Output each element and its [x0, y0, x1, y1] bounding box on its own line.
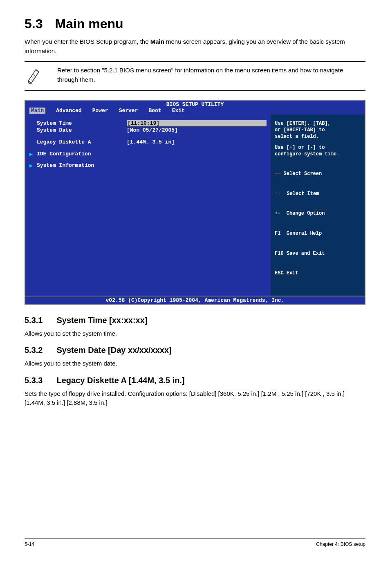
svg-line-0	[36, 70, 39, 72]
ide-config-label: IDE Configuration	[37, 151, 127, 157]
subsection-body: Sets the type of floppy drive installed.…	[25, 389, 365, 408]
bios-left-panel: System Time [11:10:19] System Date [Mon …	[25, 114, 271, 296]
bios-copyright-footer: v02.58 (C)Copyright 1985-2004, American …	[25, 296, 365, 305]
row-indent	[29, 139, 37, 145]
bios-tab-boot[interactable]: Boot	[148, 108, 161, 114]
legacy-diskette-value[interactable]: [1.44M, 3.5 in]	[127, 139, 267, 145]
system-date-value[interactable]: [Mon 05/27/2005]	[127, 127, 267, 133]
system-time-value[interactable]: [11:10:19]	[127, 120, 267, 126]
system-info-label: System Information	[37, 162, 127, 169]
bios-title: BIOS SETUP UTILITY	[25, 101, 365, 108]
legacy-diskette-label: Legacy Diskette A	[37, 139, 127, 145]
bios-row-ide-config[interactable]: ▶ IDE Configuration	[29, 151, 267, 157]
intro-bold-word: Main	[150, 38, 164, 45]
bios-tab-advanced[interactable]: Advanced	[56, 108, 81, 114]
section-title-text: Main menu	[55, 16, 123, 31]
bios-header: BIOS SETUP UTILITY Main Advanced Power S…	[25, 100, 365, 114]
subsection-body: Allows you to set the system date.	[25, 359, 365, 368]
note-text: Refer to section "5.2.1 BIOS menu screen…	[47, 66, 365, 84]
help-line: select a field.	[275, 133, 361, 140]
help-line: or [SHIFT-TAB] to	[275, 127, 361, 133]
system-date-label: System Date	[37, 127, 127, 133]
bios-tab-power[interactable]: Power	[92, 108, 108, 114]
key-general-help: F1 General Help	[275, 230, 361, 237]
svg-line-2	[31, 76, 34, 79]
bios-screen: BIOS SETUP UTILITY Main Advanced Power S…	[25, 100, 365, 305]
submenu-arrow-icon: ▶	[29, 151, 37, 157]
pencil-icon	[25, 66, 47, 86]
row-indent	[29, 120, 37, 126]
bios-help-text: Use [ENTER]. [TAB], or [SHIFT-TAB] to se…	[275, 120, 361, 157]
page-number: 5-14	[25, 541, 34, 547]
svg-line-1	[30, 79, 33, 81]
subheading-number: 5.3.3	[25, 376, 43, 385]
bios-row-system-info[interactable]: ▶ System Information	[29, 162, 267, 169]
bios-row-legacy-diskette[interactable]: Legacy Diskette A [1.44M, 3.5 in]	[29, 139, 267, 145]
bios-help-panel: Use [ENTER]. [TAB], or [SHIFT-TAB] to se…	[271, 114, 365, 296]
bios-tab-main[interactable]: Main	[29, 108, 45, 114]
subheading-title: System Time [xx:xx:xx]	[56, 316, 147, 325]
key-select-screen: ←→ Select Screen	[275, 171, 361, 177]
key-esc-exit: ESC Exit	[275, 270, 361, 276]
bios-row-system-time[interactable]: System Time [11:10:19]	[29, 120, 267, 126]
subheading-title: Legacy Diskette A [1.44M, 3.5 in.]	[56, 376, 184, 385]
key-select-item: ↑↓ Select Item	[275, 191, 361, 197]
subheading-system-date: 5.3.2System Date [Day xx/xx/xxxx]	[25, 346, 365, 355]
system-time-label: System Time	[37, 120, 127, 126]
subsection-body: Allows you to set the system time.	[25, 329, 365, 339]
key-change-option: +- Change Option	[275, 210, 361, 217]
bios-tab-server[interactable]: Server	[119, 108, 138, 114]
subheading-legacy-diskette: 5.3.3Legacy Diskette A [1.44M, 3.5 in.]	[25, 376, 365, 385]
bios-row-system-date[interactable]: System Date [Mon 05/27/2005]	[29, 127, 267, 133]
page-footer: 5-14 Chapter 4: BIOS setup	[25, 539, 365, 547]
help-line: Use [+] or [-] to	[275, 144, 361, 151]
help-line: configure system time.	[275, 151, 361, 157]
subheading-title: System Date [Day xx/xx/xxxx]	[56, 346, 171, 355]
arrow-left-right-icon: ←→	[275, 171, 280, 177]
bios-tab-exit[interactable]: Exit	[172, 108, 185, 114]
help-line: Use [ENTER]. [TAB],	[275, 120, 361, 127]
bios-key-legend: ←→ Select Screen ↑↓ Select Item +- Chang…	[275, 157, 361, 290]
note-box: Refer to section "5.2.1 BIOS menu screen…	[25, 61, 365, 91]
row-indent	[29, 127, 37, 133]
bios-body: System Time [11:10:19] System Date [Mon …	[25, 114, 365, 296]
bios-tab-row: Main Advanced Power Server Boot Exit	[25, 108, 365, 114]
key-save-exit: F10 Save and Exit	[275, 250, 361, 257]
section-heading: 5.3Main menu	[25, 16, 365, 31]
section-number: 5.3	[25, 16, 43, 31]
chapter-label: Chapter 4: BIOS setup	[316, 541, 365, 547]
subheading-number: 5.3.1	[25, 316, 43, 325]
subheading-system-time: 5.3.1System Time [xx:xx:xx]	[25, 316, 365, 325]
submenu-arrow-icon: ▶	[29, 162, 37, 169]
intro-paragraph: When you enter the BIOS Setup program, t…	[25, 37, 365, 56]
subheading-number: 5.3.2	[25, 346, 43, 355]
svg-line-3	[33, 74, 36, 76]
intro-text-1: When you enter the BIOS Setup program, t…	[25, 38, 150, 45]
